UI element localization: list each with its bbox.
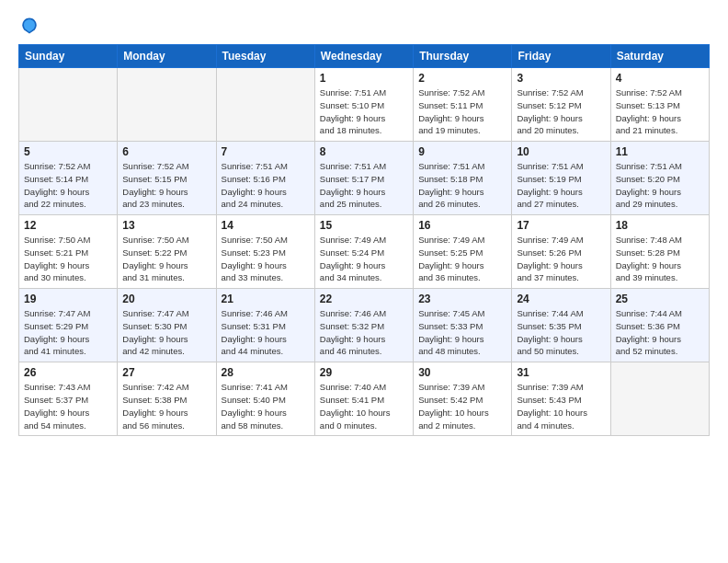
day-number: 29 bbox=[320, 366, 408, 379]
day-number: 7 bbox=[222, 145, 310, 158]
day-cell bbox=[610, 362, 709, 436]
day-info: Sunrise: 7:51 AM Sunset: 5:17 PM Dayligh… bbox=[320, 160, 408, 211]
day-cell: 19Sunrise: 7:47 AM Sunset: 5:29 PM Dayli… bbox=[19, 289, 118, 362]
day-info: Sunrise: 7:52 AM Sunset: 5:14 PM Dayligh… bbox=[24, 160, 112, 211]
day-info: Sunrise: 7:47 AM Sunset: 5:29 PM Dayligh… bbox=[24, 307, 112, 358]
day-cell: 28Sunrise: 7:41 AM Sunset: 5:40 PM Dayli… bbox=[216, 362, 314, 436]
day-number: 3 bbox=[517, 72, 605, 85]
day-number: 21 bbox=[222, 293, 310, 305]
day-number: 11 bbox=[616, 145, 704, 158]
day-cell: 16Sunrise: 7:49 AM Sunset: 5:25 PM Dayli… bbox=[414, 215, 512, 289]
day-number: 25 bbox=[616, 293, 704, 305]
day-info: Sunrise: 7:47 AM Sunset: 5:30 PM Dayligh… bbox=[122, 307, 210, 358]
day-number: 19 bbox=[24, 293, 112, 305]
weekday-header-friday: Friday bbox=[512, 45, 610, 68]
week-row-4: 19Sunrise: 7:47 AM Sunset: 5:29 PM Dayli… bbox=[19, 289, 710, 362]
week-row-2: 5Sunrise: 7:52 AM Sunset: 5:14 PM Daylig… bbox=[19, 142, 710, 215]
header bbox=[18, 15, 710, 37]
day-cell: 30Sunrise: 7:39 AM Sunset: 5:42 PM Dayli… bbox=[414, 362, 512, 436]
day-number: 14 bbox=[222, 219, 310, 232]
day-info: Sunrise: 7:49 AM Sunset: 5:26 PM Dayligh… bbox=[517, 234, 605, 284]
day-cell: 12Sunrise: 7:50 AM Sunset: 5:21 PM Dayli… bbox=[19, 215, 118, 289]
weekday-header-wednesday: Wednesday bbox=[314, 45, 413, 68]
weekday-header-tuesday: Tuesday bbox=[216, 45, 314, 68]
day-cell: 3Sunrise: 7:52 AM Sunset: 5:12 PM Daylig… bbox=[512, 68, 610, 142]
day-number: 6 bbox=[122, 145, 210, 158]
day-info: Sunrise: 7:46 AM Sunset: 5:31 PM Dayligh… bbox=[222, 307, 310, 358]
day-info: Sunrise: 7:49 AM Sunset: 5:25 PM Dayligh… bbox=[418, 234, 506, 284]
day-info: Sunrise: 7:40 AM Sunset: 5:41 PM Dayligh… bbox=[320, 381, 408, 431]
logo bbox=[18, 15, 44, 37]
day-info: Sunrise: 7:52 AM Sunset: 5:11 PM Dayligh… bbox=[418, 86, 506, 137]
day-cell: 27Sunrise: 7:42 AM Sunset: 5:38 PM Dayli… bbox=[118, 362, 216, 436]
day-number: 12 bbox=[24, 219, 112, 232]
day-number: 30 bbox=[418, 366, 506, 379]
day-cell: 13Sunrise: 7:50 AM Sunset: 5:22 PM Dayli… bbox=[118, 215, 216, 289]
day-cell: 2Sunrise: 7:52 AM Sunset: 5:11 PM Daylig… bbox=[414, 68, 512, 142]
day-info: Sunrise: 7:42 AM Sunset: 5:38 PM Dayligh… bbox=[122, 381, 210, 431]
day-number: 4 bbox=[616, 72, 704, 85]
day-info: Sunrise: 7:50 AM Sunset: 5:22 PM Dayligh… bbox=[122, 234, 210, 284]
day-info: Sunrise: 7:46 AM Sunset: 5:32 PM Dayligh… bbox=[320, 307, 408, 358]
day-number: 27 bbox=[122, 366, 210, 379]
day-cell: 10Sunrise: 7:51 AM Sunset: 5:19 PM Dayli… bbox=[512, 142, 610, 215]
day-number: 1 bbox=[320, 72, 408, 85]
day-info: Sunrise: 7:51 AM Sunset: 5:16 PM Dayligh… bbox=[222, 160, 310, 211]
day-number: 10 bbox=[517, 145, 605, 158]
day-cell: 9Sunrise: 7:51 AM Sunset: 5:18 PM Daylig… bbox=[414, 142, 512, 215]
day-info: Sunrise: 7:51 AM Sunset: 5:10 PM Dayligh… bbox=[320, 86, 408, 137]
day-cell bbox=[216, 68, 314, 142]
day-number: 9 bbox=[418, 145, 506, 158]
page: SundayMondayTuesdayWednesdayThursdayFrid… bbox=[0, 0, 728, 563]
day-number: 31 bbox=[517, 366, 605, 379]
day-number: 16 bbox=[418, 219, 506, 232]
week-row-1: 1Sunrise: 7:51 AM Sunset: 5:10 PM Daylig… bbox=[19, 68, 710, 142]
day-cell: 21Sunrise: 7:46 AM Sunset: 5:31 PM Dayli… bbox=[216, 289, 314, 362]
day-cell: 15Sunrise: 7:49 AM Sunset: 5:24 PM Dayli… bbox=[314, 215, 413, 289]
day-cell: 18Sunrise: 7:48 AM Sunset: 5:28 PM Dayli… bbox=[610, 215, 709, 289]
day-number: 8 bbox=[320, 145, 408, 158]
weekday-header-thursday: Thursday bbox=[414, 45, 512, 68]
day-info: Sunrise: 7:45 AM Sunset: 5:33 PM Dayligh… bbox=[418, 307, 506, 358]
day-info: Sunrise: 7:39 AM Sunset: 5:42 PM Dayligh… bbox=[418, 381, 506, 431]
day-cell: 23Sunrise: 7:45 AM Sunset: 5:33 PM Dayli… bbox=[414, 289, 512, 362]
day-info: Sunrise: 7:49 AM Sunset: 5:24 PM Dayligh… bbox=[320, 234, 408, 284]
day-info: Sunrise: 7:51 AM Sunset: 5:19 PM Dayligh… bbox=[517, 160, 605, 211]
day-cell: 5Sunrise: 7:52 AM Sunset: 5:14 PM Daylig… bbox=[19, 142, 118, 215]
day-cell: 20Sunrise: 7:47 AM Sunset: 5:30 PM Dayli… bbox=[118, 289, 216, 362]
day-number: 2 bbox=[418, 72, 506, 85]
day-info: Sunrise: 7:44 AM Sunset: 5:35 PM Dayligh… bbox=[517, 307, 605, 358]
day-number: 23 bbox=[418, 293, 506, 305]
weekday-header-saturday: Saturday bbox=[610, 45, 709, 68]
day-cell bbox=[19, 68, 118, 142]
day-number: 18 bbox=[616, 219, 704, 232]
day-number: 13 bbox=[122, 219, 210, 232]
day-number: 5 bbox=[24, 145, 112, 158]
day-cell: 22Sunrise: 7:46 AM Sunset: 5:32 PM Dayli… bbox=[314, 289, 413, 362]
day-cell: 4Sunrise: 7:52 AM Sunset: 5:13 PM Daylig… bbox=[610, 68, 709, 142]
day-number: 26 bbox=[24, 366, 112, 379]
day-info: Sunrise: 7:50 AM Sunset: 5:21 PM Dayligh… bbox=[24, 234, 112, 284]
day-number: 28 bbox=[222, 366, 310, 379]
day-info: Sunrise: 7:41 AM Sunset: 5:40 PM Dayligh… bbox=[222, 381, 310, 431]
weekday-header-sunday: Sunday bbox=[19, 45, 118, 68]
day-info: Sunrise: 7:50 AM Sunset: 5:23 PM Dayligh… bbox=[222, 234, 310, 284]
day-number: 20 bbox=[122, 293, 210, 305]
day-cell bbox=[118, 68, 216, 142]
day-number: 22 bbox=[320, 293, 408, 305]
day-info: Sunrise: 7:51 AM Sunset: 5:20 PM Dayligh… bbox=[616, 160, 704, 211]
day-info: Sunrise: 7:51 AM Sunset: 5:18 PM Dayligh… bbox=[418, 160, 506, 211]
day-info: Sunrise: 7:52 AM Sunset: 5:13 PM Dayligh… bbox=[616, 86, 704, 137]
day-number: 24 bbox=[517, 293, 605, 305]
calendar: SundayMondayTuesdayWednesdayThursdayFrid… bbox=[18, 44, 710, 436]
day-info: Sunrise: 7:44 AM Sunset: 5:36 PM Dayligh… bbox=[616, 307, 704, 358]
day-cell: 11Sunrise: 7:51 AM Sunset: 5:20 PM Dayli… bbox=[610, 142, 709, 215]
week-row-5: 26Sunrise: 7:43 AM Sunset: 5:37 PM Dayli… bbox=[19, 362, 710, 436]
day-cell: 1Sunrise: 7:51 AM Sunset: 5:10 PM Daylig… bbox=[314, 68, 413, 142]
day-info: Sunrise: 7:43 AM Sunset: 5:37 PM Dayligh… bbox=[24, 381, 112, 431]
weekday-header-monday: Monday bbox=[118, 45, 216, 68]
day-info: Sunrise: 7:39 AM Sunset: 5:43 PM Dayligh… bbox=[517, 381, 605, 431]
day-number: 17 bbox=[517, 219, 605, 232]
weekday-header-row: SundayMondayTuesdayWednesdayThursdayFrid… bbox=[19, 45, 710, 68]
day-cell: 6Sunrise: 7:52 AM Sunset: 5:15 PM Daylig… bbox=[118, 142, 216, 215]
